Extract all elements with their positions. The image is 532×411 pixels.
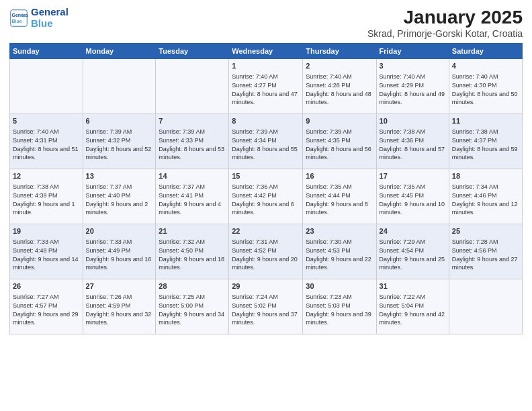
- day-info: Sunrise: 7:39 AM: [232, 128, 300, 136]
- day-info: Daylight: 8 hours and 59 minutes.: [452, 145, 519, 162]
- calendar-cell: 27Sunrise: 7:26 AMSunset: 4:59 PMDayligh…: [83, 279, 156, 334]
- calendar-week-5: 26Sunrise: 7:27 AMSunset: 4:57 PMDayligh…: [10, 279, 523, 334]
- day-number: 24: [380, 226, 446, 236]
- day-info: Sunset: 4:57 PM: [13, 302, 80, 310]
- day-number: 20: [86, 226, 153, 236]
- day-info: Sunset: 4:27 PM: [232, 81, 300, 90]
- day-info: Daylight: 9 hours and 18 minutes.: [159, 255, 226, 272]
- day-info: Sunset: 4:37 PM: [452, 136, 519, 145]
- day-info: Daylight: 9 hours and 1 minute.: [13, 200, 80, 217]
- day-info: Daylight: 9 hours and 39 minutes.: [306, 310, 373, 327]
- weekday-header-tuesday: Tuesday: [156, 44, 229, 59]
- calendar-week-3: 12Sunrise: 7:38 AMSunset: 4:39 PMDayligh…: [10, 169, 523, 224]
- day-info: Sunset: 4:46 PM: [452, 191, 519, 200]
- day-info: Daylight: 8 hours and 47 minutes.: [232, 90, 300, 107]
- day-info: Sunrise: 7:40 AM: [232, 73, 300, 81]
- weekday-header-saturday: Saturday: [449, 44, 522, 59]
- day-info: Sunset: 4:31 PM: [13, 136, 80, 145]
- day-info: Daylight: 8 hours and 48 minutes.: [306, 90, 373, 107]
- day-info: Sunset: 4:36 PM: [380, 136, 446, 145]
- calendar-cell: 10Sunrise: 7:38 AMSunset: 4:36 PMDayligh…: [376, 114, 449, 169]
- day-info: Sunrise: 7:39 AM: [86, 128, 153, 136]
- calendar-cell: 4Sunrise: 7:40 AMSunset: 4:30 PMDaylight…: [449, 59, 522, 114]
- calendar-cell: 1Sunrise: 7:40 AMSunset: 4:27 PMDaylight…: [229, 59, 303, 114]
- day-number: 22: [232, 226, 300, 236]
- calendar-cell: 29Sunrise: 7:24 AMSunset: 5:02 PMDayligh…: [229, 279, 303, 334]
- calendar-cell: 5Sunrise: 7:40 AMSunset: 4:31 PMDaylight…: [10, 114, 83, 169]
- calendar-cell: 11Sunrise: 7:38 AMSunset: 4:37 PMDayligh…: [449, 114, 522, 169]
- day-number: 2: [306, 61, 373, 71]
- day-info: Sunset: 5:04 PM: [380, 302, 446, 310]
- day-info: Sunset: 4:39 PM: [13, 191, 80, 200]
- weekday-header-sunday: Sunday: [10, 44, 83, 59]
- day-info: Daylight: 9 hours and 10 minutes.: [380, 200, 446, 217]
- day-info: Sunset: 4:40 PM: [86, 191, 153, 200]
- day-info: Sunset: 4:44 PM: [306, 191, 373, 200]
- calendar-cell: 9Sunrise: 7:39 AMSunset: 4:35 PMDaylight…: [303, 114, 376, 169]
- calendar-cell: 12Sunrise: 7:38 AMSunset: 4:39 PMDayligh…: [10, 169, 83, 224]
- calendar-cell: 21Sunrise: 7:32 AMSunset: 4:50 PMDayligh…: [156, 224, 229, 279]
- page-container: General Blue General Blue January 2025 S…: [0, 0, 532, 340]
- day-number: 12: [13, 171, 80, 181]
- day-info: Sunrise: 7:35 AM: [380, 183, 446, 191]
- day-number: 29: [232, 281, 300, 291]
- day-number: 1: [232, 61, 300, 71]
- day-info: Sunrise: 7:40 AM: [452, 73, 519, 81]
- day-info: Sunrise: 7:37 AM: [159, 183, 226, 191]
- day-info: Sunset: 4:52 PM: [232, 246, 300, 255]
- day-info: Sunrise: 7:24 AM: [232, 293, 300, 302]
- day-info: Sunrise: 7:39 AM: [159, 128, 226, 136]
- weekday-header-monday: Monday: [83, 44, 156, 59]
- day-info: Daylight: 8 hours and 55 minutes.: [232, 145, 300, 162]
- day-info: Sunrise: 7:30 AM: [306, 238, 373, 246]
- day-info: Sunset: 4:41 PM: [159, 191, 226, 200]
- day-info: Daylight: 9 hours and 6 minutes.: [232, 200, 300, 217]
- day-info: Daylight: 9 hours and 27 minutes.: [452, 255, 519, 272]
- day-info: Daylight: 9 hours and 14 minutes.: [13, 255, 80, 272]
- calendar-cell: 8Sunrise: 7:39 AMSunset: 4:34 PMDaylight…: [229, 114, 303, 169]
- calendar-cell: 17Sunrise: 7:35 AMSunset: 4:45 PMDayligh…: [376, 169, 449, 224]
- day-info: Sunrise: 7:31 AM: [232, 238, 300, 246]
- day-number: 8: [232, 116, 300, 126]
- calendar-cell: 31Sunrise: 7:22 AMSunset: 5:04 PMDayligh…: [376, 279, 449, 334]
- day-info: Daylight: 9 hours and 12 minutes.: [452, 200, 519, 217]
- day-number: 23: [306, 226, 373, 236]
- calendar-cell: 20Sunrise: 7:33 AMSunset: 4:49 PMDayligh…: [83, 224, 156, 279]
- logo-icon: General Blue: [9, 9, 28, 28]
- day-info: Daylight: 9 hours and 2 minutes.: [86, 200, 153, 217]
- day-info: Sunset: 4:34 PM: [232, 136, 300, 145]
- day-info: Sunrise: 7:40 AM: [306, 73, 373, 81]
- day-info: Sunrise: 7:28 AM: [452, 238, 519, 246]
- day-number: 13: [86, 171, 153, 181]
- subtitle: Skrad, Primorje-Gorski Kotar, Croatia: [367, 28, 523, 39]
- calendar-table: SundayMondayTuesdayWednesdayThursdayFrid…: [9, 43, 523, 334]
- day-info: Daylight: 9 hours and 4 minutes.: [159, 200, 226, 217]
- calendar-cell: 3Sunrise: 7:40 AMSunset: 4:29 PMDaylight…: [376, 59, 449, 114]
- day-info: Sunrise: 7:29 AM: [380, 238, 446, 246]
- calendar-cell: 19Sunrise: 7:33 AMSunset: 4:48 PMDayligh…: [10, 224, 83, 279]
- calendar-cell: 16Sunrise: 7:35 AMSunset: 4:44 PMDayligh…: [303, 169, 376, 224]
- calendar-week-2: 5Sunrise: 7:40 AMSunset: 4:31 PMDaylight…: [10, 114, 523, 169]
- day-info: Sunrise: 7:33 AM: [86, 238, 153, 246]
- day-number: 15: [232, 171, 300, 181]
- calendar-cell: 30Sunrise: 7:23 AMSunset: 5:03 PMDayligh…: [303, 279, 376, 334]
- day-info: Sunset: 4:56 PM: [452, 246, 519, 255]
- day-number: 19: [13, 226, 80, 236]
- title-block: January 2025 Skrad, Primorje-Gorski Kota…: [367, 7, 523, 39]
- day-info: Daylight: 9 hours and 34 minutes.: [159, 310, 226, 327]
- logo-text: General Blue: [31, 7, 69, 29]
- day-info: Sunset: 4:28 PM: [306, 81, 373, 90]
- calendar-cell: 28Sunrise: 7:25 AMSunset: 5:00 PMDayligh…: [156, 279, 229, 334]
- day-info: Daylight: 9 hours and 42 minutes.: [380, 310, 446, 327]
- day-number: 30: [306, 281, 373, 291]
- calendar-cell: 6Sunrise: 7:39 AMSunset: 4:32 PMDaylight…: [83, 114, 156, 169]
- day-info: Daylight: 8 hours and 50 minutes.: [452, 90, 519, 107]
- day-info: Sunrise: 7:40 AM: [13, 128, 80, 136]
- calendar-cell: 23Sunrise: 7:30 AMSunset: 4:53 PMDayligh…: [303, 224, 376, 279]
- day-info: Sunset: 4:50 PM: [159, 246, 226, 255]
- day-info: Sunset: 4:42 PM: [232, 191, 300, 200]
- day-info: Daylight: 8 hours and 49 minutes.: [380, 90, 446, 107]
- day-info: Daylight: 9 hours and 22 minutes.: [306, 255, 373, 272]
- day-number: 4: [452, 61, 519, 71]
- day-number: 21: [159, 226, 226, 236]
